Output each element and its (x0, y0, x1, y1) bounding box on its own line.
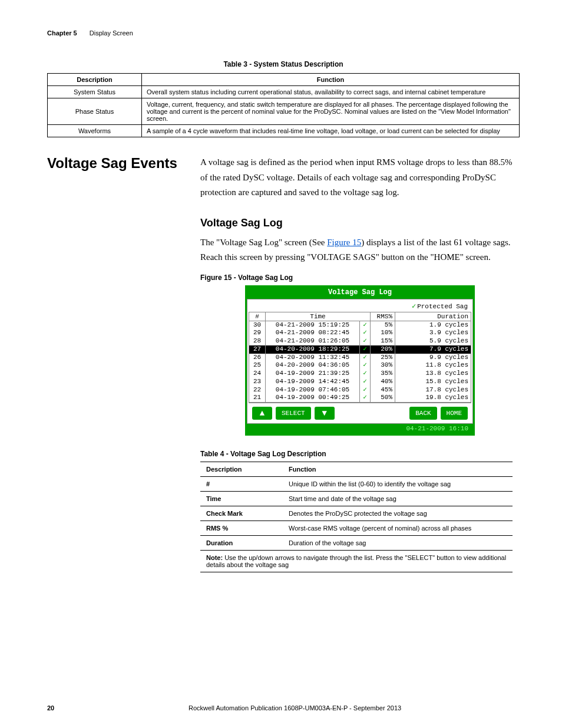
log-cell-dur: 9.9 cycles (395, 354, 471, 362)
log-cell-num: 23 (249, 378, 266, 386)
screen-timestamp: 04-21-2009 16:10 (247, 424, 473, 434)
log-head-rms: RMS% (371, 312, 395, 321)
log-cell-time: 04-21-2009 15:19:25 (266, 321, 360, 329)
screen-button-row: ▲ SELECT ▼ BACK HOME (249, 403, 471, 422)
log-cell-rms: 30% (371, 361, 395, 370)
table3-fn: A sample of a 4 cycle waveform that incl… (142, 125, 520, 137)
protected-sag-legend: ✓Protected Sag (249, 301, 471, 312)
table4-fn: Start time and date of the voltage sag (283, 492, 513, 506)
log-cell-time: 04-19-2009 07:46:05 (266, 386, 360, 394)
log-head-dur: Duration (395, 312, 471, 321)
check-icon: ✓ (360, 329, 371, 337)
table4-head-desc: Description (200, 462, 283, 477)
table4-fn: Unique ID within the list (0-60) to iden… (283, 477, 513, 492)
figure15-link[interactable]: Figure 15 (327, 238, 361, 247)
select-button[interactable]: SELECT (276, 407, 311, 420)
log-head-time: Time (266, 312, 371, 321)
check-icon: ✓ (360, 386, 371, 394)
figure15-caption: Figure 15 - Voltage Sag Log (200, 274, 520, 282)
page-footer: 20 Rockwell Automation Publication 1608P… (47, 704, 520, 711)
chapter-label: Chapter 5 (47, 29, 77, 37)
log-cell-rms: 40% (371, 378, 395, 386)
log-cell-dur: 15.8 cycles (395, 378, 471, 386)
check-icon: ✓ (360, 370, 371, 378)
check-icon: ✓ (412, 302, 416, 311)
section-title: Voltage Sag Events (47, 155, 200, 172)
table4-desc: RMS % (200, 521, 283, 536)
subsection-para: The "Voltage Sag Log" screen (See Figure… (200, 235, 520, 265)
log-cell-num: 22 (249, 386, 266, 394)
log-cell-dur: 1.9 cycles (395, 321, 471, 329)
log-row[interactable]: 2504-20-2009 04:36:05✓30%11.8 cycles (249, 361, 471, 370)
log-cell-num: 27 (249, 345, 266, 354)
table4-head-fn: Function (283, 462, 513, 477)
home-button[interactable]: HOME (441, 407, 468, 420)
log-cell-rms: 15% (371, 337, 395, 345)
table4-fn: Worst-case RMS voltage (percent of nomin… (283, 521, 513, 536)
log-cell-time: 04-21-2009 01:26:05 (266, 337, 360, 345)
page-number: 20 (47, 704, 189, 711)
check-icon: ✓ (360, 378, 371, 386)
check-icon: ✓ (360, 321, 371, 329)
log-cell-num: 24 (249, 370, 266, 378)
log-cell-rms: 20% (371, 345, 395, 354)
log-cell-rms: 45% (371, 386, 395, 394)
table4-desc: # (200, 477, 283, 492)
table3-desc: Phase Status (48, 98, 142, 125)
check-icon: ✓ (360, 345, 371, 354)
subsection-title: Voltage Sag Log (200, 217, 520, 229)
log-cell-num: 29 (249, 329, 266, 337)
log-cell-rms: 25% (371, 354, 395, 362)
back-button[interactable]: BACK (409, 407, 437, 420)
log-cell-dur: 7.9 cycles (395, 345, 471, 354)
publication-info: Rockwell Automation Publication 1608P-UM… (189, 704, 520, 711)
check-icon: ✓ (360, 394, 371, 402)
log-cell-time: 04-19-2009 21:39:25 (266, 370, 360, 378)
chapter-title: Display Screen (90, 29, 133, 37)
sag-log-table: # Time RMS% Duration 3004-21-2009 15:19:… (249, 312, 471, 403)
log-row[interactable]: 2704-20-2009 18:29:25✓20%7.9 cycles (249, 345, 471, 354)
log-cell-time: 04-19-2009 00:49:25 (266, 394, 360, 402)
log-cell-rms: 35% (371, 370, 395, 378)
log-cell-rms: 10% (371, 329, 395, 337)
log-cell-dur: 11.8 cycles (395, 361, 471, 370)
table3-fn: Overall system status including current … (142, 86, 520, 98)
table3-caption: Table 3 - System Status Description (47, 60, 520, 68)
page-header: Chapter 5 Display Screen (47, 29, 520, 37)
log-cell-time: 04-20-2009 11:32:45 (266, 354, 360, 362)
log-row[interactable]: 2604-20-2009 11:32:45✓25%9.9 cycles (249, 354, 471, 362)
log-cell-num: 30 (249, 321, 266, 329)
log-cell-dur: 5.9 cycles (395, 337, 471, 345)
log-cell-num: 21 (249, 394, 266, 402)
table3: Description Function System StatusOveral… (47, 73, 520, 137)
log-row[interactable]: 2104-19-2009 00:49:25✓50%19.8 cycles (249, 394, 471, 402)
table4-caption: Table 4 - Voltage Sag Log Description (200, 450, 520, 458)
table3-head-fn: Function (142, 74, 520, 86)
log-row[interactable]: 2904-21-2009 08:22:45✓10%3.9 cycles (249, 329, 471, 337)
log-cell-dur: 19.8 cycles (395, 394, 471, 402)
check-icon: ✓ (360, 337, 371, 345)
log-row[interactable]: 2804-21-2009 01:26:05✓15%5.9 cycles (249, 337, 471, 345)
check-icon: ✓ (360, 354, 371, 362)
table3-desc: Waveforms (48, 125, 142, 137)
log-cell-time: 04-20-2009 04:36:05 (266, 361, 360, 370)
log-cell-time: 04-20-2009 18:29:25 (266, 345, 360, 354)
log-row[interactable]: 2304-19-2009 14:42:45✓40%15.8 cycles (249, 378, 471, 386)
log-row[interactable]: 2204-19-2009 07:46:05✓45%17.8 cycles (249, 386, 471, 394)
log-cell-num: 28 (249, 337, 266, 345)
down-arrow-button[interactable]: ▼ (315, 407, 335, 420)
table4-desc: Check Mark (200, 506, 283, 521)
voltage-sag-log-screen: Voltage Sag Log ✓Protected Sag # Time RM… (245, 285, 475, 436)
log-row[interactable]: 3004-21-2009 15:19:25✓5%1.9 cycles (249, 321, 471, 329)
log-head-num: # (249, 312, 266, 321)
screen-title: Voltage Sag Log (247, 287, 473, 299)
log-cell-dur: 13.8 cycles (395, 370, 471, 378)
log-cell-time: 04-21-2009 08:22:45 (266, 329, 360, 337)
table4-fn: Duration of the voltage sag (283, 536, 513, 551)
log-cell-num: 26 (249, 354, 266, 362)
log-cell-rms: 5% (371, 321, 395, 329)
table3-desc: System Status (48, 86, 142, 98)
log-cell-dur: 17.8 cycles (395, 386, 471, 394)
up-arrow-button[interactable]: ▲ (252, 407, 272, 420)
log-row[interactable]: 2404-19-2009 21:39:25✓35%13.8 cycles (249, 370, 471, 378)
